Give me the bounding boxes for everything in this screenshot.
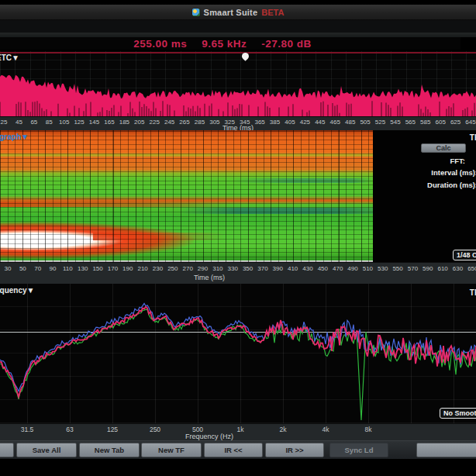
axis-tick: 650 xyxy=(467,265,476,272)
axis-tick: 330 xyxy=(228,265,238,272)
toolbar-button-partial-right[interactable] xyxy=(416,443,476,457)
toolbar-button-ir-[interactable]: IR >> xyxy=(265,443,324,457)
title-bar[interactable]: Smaart Suite BETA xyxy=(0,5,476,20)
axis-tick: 110 xyxy=(63,265,73,272)
etc-plot-type-dropdown[interactable]: ETC▼ xyxy=(0,53,19,62)
etc-plot[interactable]: ETC▼ xyxy=(0,51,476,116)
axis-tick: 530 xyxy=(378,265,388,272)
axis-tick: 190 xyxy=(122,265,133,272)
axis-tick: 510 xyxy=(363,265,373,272)
axis-tick: 2k xyxy=(280,426,287,433)
axis-tick: 25 xyxy=(1,119,8,126)
axis-tick: 350 xyxy=(243,265,253,272)
spectrograph-x-axis-label: Time (ms) xyxy=(0,274,419,281)
readout-level: -27.80 dB xyxy=(261,38,312,50)
cursor-readout: 255.00 ms 9.65 kHz -27.80 dB xyxy=(0,37,460,50)
spectrograph-plot-type-dropdown[interactable]: Spectrograph▼ xyxy=(0,133,29,141)
axis-tick: 245 xyxy=(164,119,174,126)
axis-tick: 545 xyxy=(390,119,400,126)
app-logo-icon xyxy=(192,9,200,16)
axis-tick: 250 xyxy=(150,426,160,433)
axis-tick: 145 xyxy=(89,119,99,126)
smoothing-badge[interactable]: No Smoothing xyxy=(440,408,476,419)
axis-tick: 550 xyxy=(392,265,402,272)
axis-tick: 425 xyxy=(300,119,310,126)
axis-tick: 390 xyxy=(273,265,283,272)
readout-frequency: 9.65 kHz xyxy=(202,38,247,50)
axis-tick: 210 xyxy=(137,265,147,272)
tf-x-axis-label: Frequency (Hz) xyxy=(0,433,419,440)
tf-x-axis: Frequency (Hz) 31.5631252505001k2k4k8k xyxy=(0,423,476,440)
axis-tick: 610 xyxy=(437,265,447,272)
toolbar-button-partial-left[interactable] xyxy=(0,443,14,457)
etc-trace xyxy=(0,51,476,116)
axis-tick: 500 xyxy=(192,426,203,433)
toolbar-button-sync-ld[interactable]: Sync Ld xyxy=(329,443,388,457)
axis-tick: 31.5 xyxy=(21,426,34,433)
toolbar-button-new-tf[interactable]: New TF xyxy=(141,443,202,457)
axis-tick: 63 xyxy=(66,426,73,433)
axis-tick: 170 xyxy=(108,265,118,272)
axis-tick: 645 xyxy=(465,119,475,126)
bottom-toolbar: Save AllNew TabNew TFIR <<IR >>Sync Ld xyxy=(0,440,476,459)
axis-tick: 150 xyxy=(92,265,102,272)
axis-tick: 230 xyxy=(153,265,163,272)
tf-settings-panel: TF Calc FFT: Interval (ms): Duration (ms… xyxy=(373,130,476,262)
axis-tick: 505 xyxy=(360,119,370,126)
axis-tick: 410 xyxy=(288,265,298,272)
axis-tick: 310 xyxy=(212,265,222,272)
axis-tick: 565 xyxy=(405,119,416,126)
axis-tick: 385 xyxy=(270,119,280,126)
axis-tick: 470 xyxy=(333,265,343,272)
toolbar-button-new-tab[interactable]: New Tab xyxy=(79,443,140,457)
axis-tick: 185 xyxy=(119,119,129,126)
spectrograph-hotspot xyxy=(0,222,194,259)
axis-tick: 90 xyxy=(50,265,57,272)
readout-time: 255.00 ms xyxy=(133,38,187,50)
axis-tick: 525 xyxy=(375,119,385,126)
axis-tick: 450 xyxy=(318,265,328,272)
axis-tick: 490 xyxy=(347,265,357,272)
axis-tick: 45 xyxy=(16,119,22,126)
etc-x-axis: Time (ms) 254565851051251451651852052252… xyxy=(0,116,476,130)
axis-tick: 125 xyxy=(107,426,118,433)
axis-tick: 485 xyxy=(345,119,355,126)
spectrograph-hot-streak xyxy=(0,202,233,207)
axis-tick: 50 xyxy=(19,265,26,272)
spectrograph-x-axis: Time (ms) 305070901101301501701902102302… xyxy=(0,262,476,284)
axis-tick: 165 xyxy=(104,119,114,126)
axis-tick: 445 xyxy=(315,119,325,126)
toolbar-button-save-all[interactable]: Save All xyxy=(16,443,77,457)
octave-resolution-badge[interactable]: 1/48 Oct xyxy=(453,250,476,260)
tf-plot-type-dropdown[interactable]: Frequency▼ xyxy=(0,286,34,295)
spectrograph-plot[interactable] xyxy=(0,130,373,262)
axis-tick: 305 xyxy=(209,119,219,126)
axis-tick: 225 xyxy=(150,119,160,126)
tf-traces xyxy=(0,284,476,423)
axis-tick: 270 xyxy=(183,265,193,272)
calc-button[interactable]: Calc xyxy=(421,143,466,153)
axis-tick: 345 xyxy=(240,119,250,126)
app-window: Smaart Suite BETA 255.00 ms 9.65 kHz -27… xyxy=(0,0,476,476)
axis-tick: 85 xyxy=(46,119,53,126)
axis-tick: 290 xyxy=(198,265,208,272)
tf-corner-label: TF xyxy=(470,288,476,297)
axis-tick: 570 xyxy=(408,265,418,272)
axis-tick: 130 xyxy=(78,265,88,272)
spectrograph-cool-streak xyxy=(178,208,373,214)
bottom-margin xyxy=(0,459,476,476)
app-title: Smaart Suite xyxy=(204,8,258,17)
axis-tick: 250 xyxy=(167,265,178,272)
axis-tick: 205 xyxy=(134,119,144,126)
axis-tick: 405 xyxy=(285,119,295,126)
axis-tick: 125 xyxy=(74,119,84,126)
menu-strip xyxy=(0,20,476,33)
axis-tick: 465 xyxy=(330,119,340,126)
axis-tick: 285 xyxy=(195,119,205,126)
duration-label: Duration (ms): xyxy=(427,181,476,189)
spectrograph-hot-band xyxy=(93,233,225,240)
toolbar-button-ir-[interactable]: IR << xyxy=(204,443,263,457)
axis-tick: 625 xyxy=(450,119,460,126)
tf-plot[interactable]: Frequency▼ TF xyxy=(0,284,476,423)
tf-panel-title: TF xyxy=(470,133,476,142)
